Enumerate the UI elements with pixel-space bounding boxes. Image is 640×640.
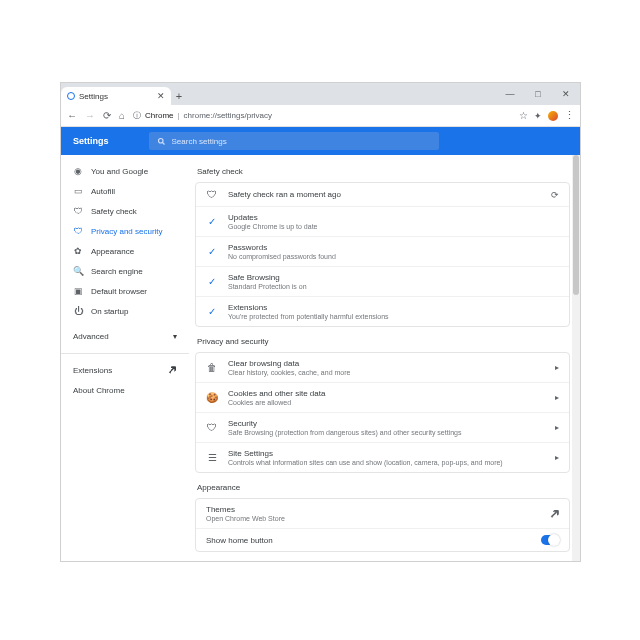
trash-icon: 🗑: [206, 362, 218, 373]
security-row[interactable]: 🛡 Security Safe Browsing (protection fro…: [196, 412, 569, 442]
clear-browsing-data-row[interactable]: 🗑 Clear browsing data Clear history, coo…: [196, 353, 569, 382]
themes-row[interactable]: Themes Open Chrome Web Store 🡵: [196, 499, 569, 528]
row-title: Themes: [206, 505, 540, 514]
show-home-button-row[interactable]: Show home button: [196, 528, 569, 551]
browser-icon: ▣: [73, 286, 83, 296]
tab-close-icon[interactable]: ✕: [157, 91, 165, 101]
sidebar-item-autofill[interactable]: ▭ Autofill: [61, 181, 189, 201]
gear-icon: [67, 92, 75, 100]
close-button[interactable]: ✕: [552, 83, 580, 105]
row-subtitle: Open Chrome Web Store: [206, 515, 540, 522]
sidebar-item-label: Safety check: [91, 207, 137, 216]
row-title: Passwords: [228, 243, 559, 252]
safety-safe-browsing-row[interactable]: ✓ Safe Browsing Standard Protection is o…: [196, 266, 569, 296]
chrome-menu-icon[interactable]: ⋮: [564, 109, 574, 122]
home-button[interactable]: ⌂: [119, 110, 125, 121]
address-bar: ← → ⟳ ⌂ ⓘ Chrome | chrome://settings/pri…: [61, 105, 580, 127]
row-title: Security: [228, 419, 545, 428]
site-info-icon[interactable]: ⓘ: [133, 110, 141, 121]
shield-icon: 🛡: [73, 206, 83, 216]
settings-search-input[interactable]: [172, 137, 431, 146]
row-subtitle: Clear history, cookies, cache, and more: [228, 369, 545, 376]
sidebar-about-chrome[interactable]: About Chrome: [61, 380, 189, 400]
sidebar-item-appearance[interactable]: ✿ Appearance: [61, 241, 189, 261]
scrollbar-thumb[interactable]: [573, 155, 579, 295]
sidebar-item-label: On startup: [91, 307, 128, 316]
settings-search[interactable]: [149, 132, 439, 150]
bookmark-star-icon[interactable]: ☆: [519, 110, 528, 121]
row-subtitle: You're protected from potentially harmfu…: [228, 313, 559, 320]
profile-avatar[interactable]: [548, 111, 558, 121]
checkmark-icon: ✓: [206, 276, 218, 287]
chevron-right-icon: ▸: [555, 363, 559, 372]
power-icon: ⏻: [73, 306, 83, 316]
site-settings-row[interactable]: ☰ Site Settings Controls what informatio…: [196, 442, 569, 472]
about-label: About Chrome: [73, 386, 125, 395]
rerun-safety-check-button[interactable]: ⟳: [551, 190, 559, 200]
chevron-right-icon: ▸: [555, 453, 559, 462]
sidebar-item-you-and-google[interactable]: ◉ You and Google: [61, 161, 189, 181]
settings-header: Settings: [61, 127, 580, 155]
extensions-icon[interactable]: ✦: [534, 111, 542, 121]
home-button-toggle[interactable]: [541, 535, 559, 545]
sidebar-item-label: Autofill: [91, 187, 115, 196]
sidebar-extensions[interactable]: Extensions 🡵: [61, 360, 189, 380]
sidebar-advanced[interactable]: Advanced ▾: [61, 325, 189, 347]
extensions-label: Extensions: [73, 366, 112, 375]
maximize-button[interactable]: □: [524, 83, 552, 105]
section-title-safety-check: Safety check: [197, 167, 570, 176]
appearance-icon: ✿: [73, 246, 83, 256]
cookie-icon: 🍪: [206, 392, 218, 403]
back-button[interactable]: ←: [67, 110, 77, 121]
forward-button[interactable]: →: [85, 110, 95, 121]
row-subtitle: Google Chrome is up to date: [228, 223, 559, 230]
advanced-label: Advanced: [73, 332, 109, 341]
svg-line-1: [162, 142, 164, 144]
sidebar-item-label: Appearance: [91, 247, 134, 256]
settings-body: ◉ You and Google ▭ Autofill 🛡 Safety che…: [61, 155, 580, 561]
reload-button[interactable]: ⟳: [103, 110, 111, 121]
safety-check-summary-row: 🛡 Safety check ran a moment ago ⟳: [196, 183, 569, 206]
shield-check-icon: 🛡: [206, 189, 218, 200]
sidebar-item-privacy-and-security[interactable]: 🛡 Privacy and security: [61, 221, 189, 241]
checkmark-icon: ✓: [206, 216, 218, 227]
search-icon: [157, 137, 166, 146]
privacy-icon: 🛡: [73, 226, 83, 236]
row-subtitle: Controls what information sites can use …: [228, 459, 545, 466]
open-external-icon: 🡵: [550, 509, 559, 519]
omnibox[interactable]: ⓘ Chrome | chrome://settings/privacy: [133, 110, 511, 121]
row-title: Cookies and other site data: [228, 389, 545, 398]
browser-tab[interactable]: Settings ✕: [61, 87, 171, 105]
appearance-card: Themes Open Chrome Web Store 🡵 Show home…: [195, 498, 570, 552]
sidebar-item-on-startup[interactable]: ⏻ On startup: [61, 301, 189, 321]
safety-check-card: 🛡 Safety check ran a moment ago ⟳ ✓ Upda…: [195, 182, 570, 327]
sidebar-item-label: Default browser: [91, 287, 147, 296]
new-tab-button[interactable]: +: [171, 87, 187, 105]
row-title: Safe Browsing: [228, 273, 559, 282]
autofill-icon: ▭: [73, 186, 83, 196]
sidebar-item-label: Search engine: [91, 267, 143, 276]
safety-passwords-row[interactable]: ✓ Passwords No compromised passwords fou…: [196, 236, 569, 266]
scrollbar[interactable]: [572, 155, 580, 561]
sidebar-item-label: You and Google: [91, 167, 148, 176]
sliders-icon: ☰: [206, 452, 218, 463]
chrome-window: Settings ✕ + — □ ✕ ← → ⟳ ⌂ ⓘ Chrome | ch…: [60, 82, 581, 562]
sidebar-item-default-browser[interactable]: ▣ Default browser: [61, 281, 189, 301]
row-title: Safety check ran a moment ago: [228, 190, 541, 199]
row-subtitle: No compromised passwords found: [228, 253, 559, 260]
section-title-appearance: Appearance: [197, 483, 570, 492]
row-title: Show home button: [206, 536, 531, 545]
cookies-row[interactable]: 🍪 Cookies and other site data Cookies ar…: [196, 382, 569, 412]
sidebar-item-label: Privacy and security: [91, 227, 163, 236]
sidebar-item-safety-check[interactable]: 🛡 Safety check: [61, 201, 189, 221]
settings-sidebar: ◉ You and Google ▭ Autofill 🛡 Safety che…: [61, 155, 189, 561]
row-subtitle: Cookies are allowed: [228, 399, 545, 406]
safety-updates-row[interactable]: ✓ Updates Google Chrome is up to date: [196, 206, 569, 236]
row-title: Extensions: [228, 303, 559, 312]
sidebar-item-search-engine[interactable]: 🔍 Search engine: [61, 261, 189, 281]
safety-extensions-row[interactable]: ✓ Extensions You're protected from poten…: [196, 296, 569, 326]
minimize-button[interactable]: —: [496, 83, 524, 105]
toolbar-right: ☆ ✦ ⋮: [519, 109, 574, 122]
section-title-privacy: Privacy and security: [197, 337, 570, 346]
search-icon: 🔍: [73, 266, 83, 276]
